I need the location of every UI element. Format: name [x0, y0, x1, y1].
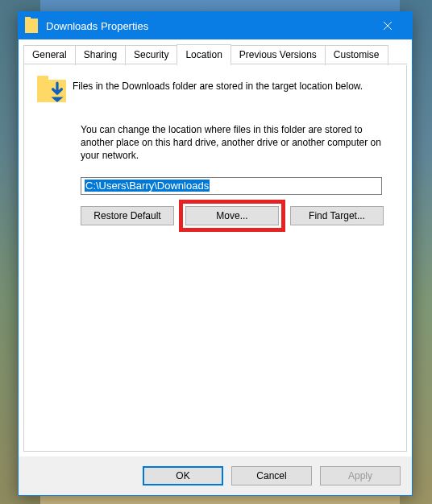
- tab-location[interactable]: Location: [177, 44, 231, 64]
- tab-security[interactable]: Security: [125, 45, 177, 65]
- tab-customise[interactable]: Customise: [325, 45, 388, 65]
- tab-general[interactable]: General: [23, 45, 76, 65]
- intro-text: Files in the Downloads folder are stored…: [73, 80, 363, 93]
- window-title: Downloads Properties: [46, 20, 370, 32]
- find-target-button[interactable]: Find Target...: [290, 206, 384, 225]
- titlebar[interactable]: Downloads Properties: [19, 12, 412, 39]
- move-button[interactable]: Move...: [185, 206, 279, 225]
- cancel-button[interactable]: Cancel: [231, 466, 312, 485]
- path-value: C:\Users\Barry\Downloads: [85, 180, 210, 192]
- tab-sharing[interactable]: Sharing: [75, 45, 126, 65]
- tabstrip: General Sharing Security Location Previo…: [19, 39, 412, 65]
- ok-button[interactable]: OK: [143, 466, 223, 485]
- location-panel: Files in the Downloads folder are stored…: [23, 65, 407, 452]
- location-buttons-row: Restore Default Move... Find Target...: [81, 206, 393, 225]
- close-button[interactable]: [370, 14, 405, 38]
- path-input[interactable]: C:\Users\Barry\Downloads: [81, 177, 382, 195]
- properties-dialog: Downloads Properties General Sharing Sec…: [18, 11, 413, 496]
- downloads-folder-icon: [37, 80, 66, 104]
- tab-previous-versions[interactable]: Previous Versions: [231, 45, 326, 65]
- restore-default-button[interactable]: Restore Default: [81, 206, 174, 225]
- dialog-button-bar: OK Cancel Apply: [19, 456, 412, 495]
- folder-icon: [25, 19, 38, 33]
- apply-button[interactable]: Apply: [320, 466, 401, 485]
- description-text: You can change the location where files …: [81, 123, 393, 163]
